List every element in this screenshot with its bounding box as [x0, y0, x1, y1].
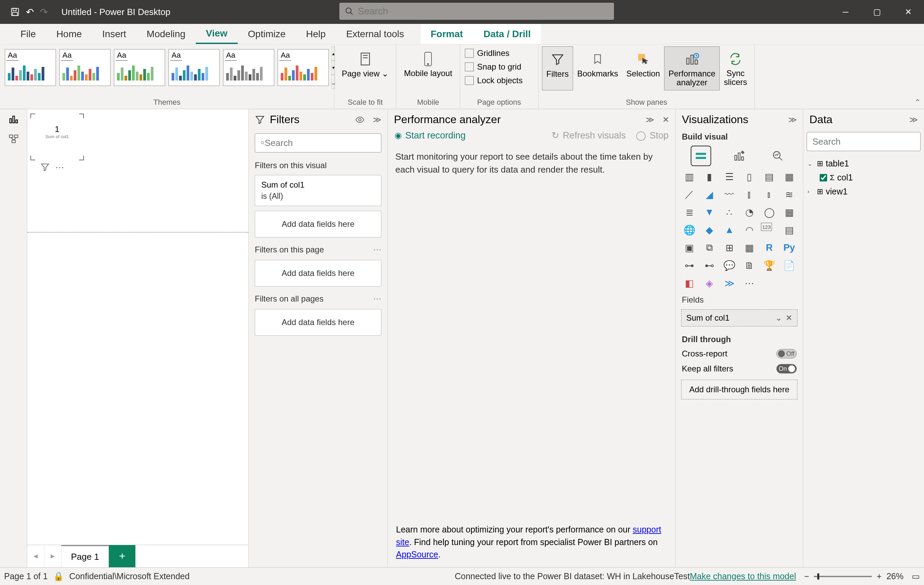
report-view-icon[interactable]	[8, 114, 19, 124]
kpi-icon[interactable]: ▣	[681, 240, 698, 255]
fit-to-page-icon[interactable]: ▭	[912, 571, 920, 581]
get-more-icon[interactable]: ≫	[721, 276, 738, 290]
ribbon-chart-icon[interactable]: ≋	[781, 187, 798, 202]
theme-gallery[interactable]: Aa Aa Aa Aa Aa Aa	[3, 46, 330, 89]
tab-modeling[interactable]: Modeling	[137, 24, 196, 44]
clustered-bar-icon[interactable]: ☰	[721, 170, 738, 184]
more-visuals-icon[interactable]: ⋯	[741, 276, 758, 290]
theme-swatch[interactable]: Aa	[114, 49, 165, 86]
tab-file[interactable]: File	[10, 24, 46, 44]
report-canvas[interactable]: 1 Sum of col1 ⋯	[27, 109, 248, 545]
tab-help[interactable]: Help	[296, 24, 336, 44]
scatter-icon[interactable]: ∴	[721, 205, 738, 219]
tab-view[interactable]: View	[196, 24, 238, 44]
minimize-button[interactable]: ─	[830, 0, 861, 24]
theme-swatch[interactable]: Aa	[278, 49, 329, 86]
theme-swatch[interactable]: Aa	[168, 49, 219, 86]
analytics-tab[interactable]	[768, 146, 787, 165]
tab-data-drill[interactable]: Data / Drill	[473, 24, 541, 44]
filters-page-dropzone[interactable]: Add data fields here	[255, 260, 381, 286]
cross-report-toggle[interactable]: Off	[776, 349, 797, 359]
page-nav-prev[interactable]: ◄	[27, 545, 45, 567]
card-visual[interactable]: 1 Sum of col1	[31, 114, 84, 160]
fields-well[interactable]: Sum of col1 ⌄✕	[681, 309, 797, 326]
more-icon[interactable]: ⋯	[373, 294, 381, 304]
sync-slicers-button[interactable]: Sync slicers	[720, 46, 751, 90]
refresh-visuals-button[interactable]: ↻Refresh visuals	[551, 130, 626, 141]
mobile-layout-button[interactable]: Mobile layout	[400, 46, 456, 81]
paginated-icon[interactable]: 📄	[781, 258, 798, 273]
snap-to-grid-checkbox[interactable]: Snap to grid	[464, 60, 535, 74]
collapse-pane-icon[interactable]: ≫	[373, 115, 381, 124]
r-visual-icon[interactable]: R	[761, 240, 778, 255]
keep-filters-toggle[interactable]: On	[776, 364, 797, 373]
clustered-column-icon[interactable]: ▯	[741, 170, 758, 184]
table-node[interactable]: ⌄ ⊞ table1	[806, 157, 921, 170]
stacked-area-icon[interactable]: 〰	[721, 187, 738, 202]
column-node[interactable]: Σ col1	[806, 170, 921, 185]
filters-search[interactable]	[255, 133, 381, 152]
stop-button[interactable]: ◯Stop	[636, 130, 668, 141]
performance-analyzer-button[interactable]: Performance analyzer	[664, 46, 720, 90]
qna-icon[interactable]: 💬	[721, 258, 738, 273]
line-chart-icon[interactable]: ／	[681, 187, 698, 202]
100-stacked-bar-icon[interactable]: ▤	[761, 170, 778, 184]
more-icon[interactable]: ⋯	[373, 245, 381, 254]
maximize-button[interactable]: ▢	[861, 0, 893, 24]
global-search-input[interactable]	[358, 6, 609, 17]
pie-icon[interactable]: ◔	[741, 205, 758, 219]
stacked-column-icon[interactable]: ▮	[701, 170, 718, 184]
lock-objects-checkbox[interactable]: Lock objects	[464, 74, 535, 87]
narrative-icon[interactable]: 🗎	[741, 258, 758, 273]
theme-swatch[interactable]: Aa	[59, 49, 111, 86]
100-stacked-column-icon[interactable]: ▦	[781, 170, 798, 184]
visual-filter-icon[interactable]	[40, 162, 50, 173]
stacked-bar-icon[interactable]: ▥	[681, 170, 698, 184]
map-icon[interactable]: 🌐	[681, 223, 698, 237]
theme-swatch[interactable]: Aa	[223, 49, 274, 86]
py-visual-icon[interactable]: Py	[781, 240, 798, 255]
page-tab[interactable]: Page 1	[61, 545, 109, 567]
collapse-pane-icon[interactable]: ≫	[646, 115, 654, 124]
tab-optimize[interactable]: Optimize	[238, 24, 296, 44]
filters-all-dropzone[interactable]: Add data fields here	[255, 309, 381, 335]
data-search[interactable]	[807, 132, 921, 151]
chevron-down-icon[interactable]: ⌄	[775, 313, 782, 323]
theme-swatch[interactable]: Aa	[5, 49, 56, 86]
eye-icon[interactable]	[355, 115, 365, 124]
redo-icon[interactable]: ↷	[40, 7, 48, 18]
gauge-icon[interactable]: ◠	[741, 223, 758, 237]
filled-map-icon[interactable]: ◆	[701, 223, 718, 237]
line-col-icon[interactable]: ⫿	[741, 187, 758, 202]
visual-more-icon[interactable]: ⋯	[55, 162, 64, 173]
slicer-icon[interactable]: ⧉	[701, 240, 718, 255]
collapse-pane-icon[interactable]: ≫	[909, 115, 918, 124]
key-influencers-icon[interactable]: ⊶	[681, 258, 698, 273]
filter-card[interactable]: Sum of col1 is (All)	[255, 175, 381, 206]
make-changes-link[interactable]: Make changes to this model	[690, 571, 796, 581]
filters-pane-button[interactable]: Filters	[542, 46, 573, 90]
save-icon[interactable]	[10, 7, 20, 17]
multi-row-card-icon[interactable]: ▤	[781, 223, 798, 237]
gridlines-checkbox[interactable]: Gridlines	[464, 46, 535, 60]
tab-external-tools[interactable]: External tools	[336, 24, 414, 44]
close-button[interactable]: ✕	[893, 0, 924, 24]
page-nav-next[interactable]: ►	[45, 545, 61, 567]
collapse-pane-icon[interactable]: ≫	[788, 115, 797, 124]
build-visual-tab[interactable]	[691, 146, 711, 165]
donut-icon[interactable]: ◯	[761, 205, 778, 219]
sensitivity-label[interactable]: Confidential\Microsoft Extended	[69, 571, 190, 581]
zoom-slider[interactable]	[814, 576, 872, 577]
tab-home[interactable]: Home	[46, 24, 92, 44]
line-col-stacked-icon[interactable]: ⫾	[761, 187, 778, 202]
close-pane-icon[interactable]: ✕	[662, 115, 669, 124]
undo-icon[interactable]: ↶	[26, 7, 34, 18]
decomposition-icon[interactable]: ⊷	[701, 258, 718, 273]
drill-through-dropzone[interactable]: Add drill-through fields here	[681, 380, 797, 400]
card-icon[interactable]: 123	[761, 223, 772, 231]
waterfall-icon[interactable]: ≣	[681, 205, 698, 219]
tab-insert[interactable]: Insert	[92, 24, 137, 44]
bookmarks-pane-button[interactable]: Bookmarks	[573, 46, 622, 90]
collapse-ribbon-icon[interactable]: ⌃	[914, 98, 921, 107]
area-chart-icon[interactable]: ◢	[701, 187, 718, 202]
